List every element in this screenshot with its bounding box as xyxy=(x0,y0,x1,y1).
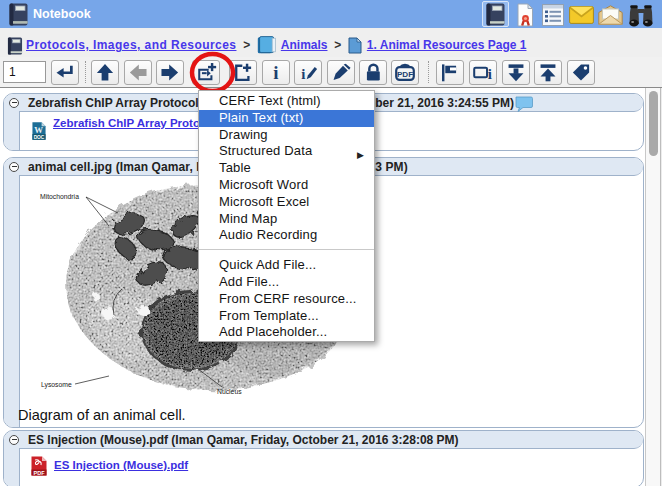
svg-text:Lysosome: Lysosome xyxy=(41,381,72,389)
svg-text:i: i xyxy=(273,62,278,83)
svg-text:PDF: PDF xyxy=(34,470,46,476)
svg-text:Mitochondria: Mitochondria xyxy=(40,193,79,200)
svg-text:i: i xyxy=(301,66,305,82)
svg-text:i: i xyxy=(488,66,492,82)
svg-text:W: W xyxy=(34,125,43,135)
svg-text:DOC: DOC xyxy=(34,135,45,140)
svg-text:PDF: PDF xyxy=(397,70,413,79)
svg-text:Nucleus: Nucleus xyxy=(217,388,242,395)
